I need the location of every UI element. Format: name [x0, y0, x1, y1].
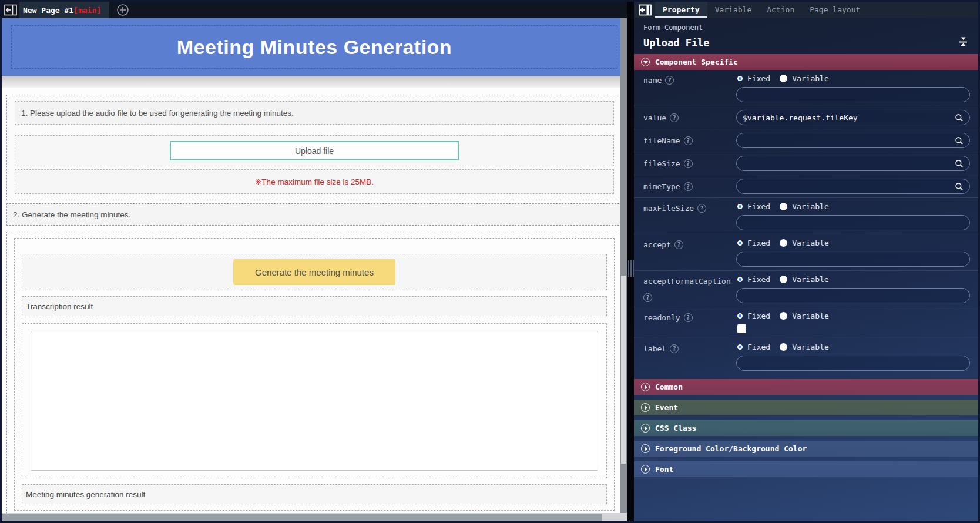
name-input[interactable]	[736, 87, 970, 102]
property-row-maxFileSize: maxFileSize?FixedVariable	[634, 197, 978, 234]
minutes-label[interactable]: Meeting minutes generation result	[22, 484, 607, 504]
radio-label-variable: Variable	[792, 311, 829, 320]
value-input[interactable]: $variable.request.fileKey	[736, 110, 970, 125]
accept-input[interactable]	[736, 252, 970, 267]
property-row-accept: accept?FixedVariable	[634, 234, 978, 270]
upload-row[interactable]: Upload file	[15, 135, 614, 166]
radio-label-fixed: Fixed	[747, 275, 770, 284]
radio-fixed-selected[interactable]	[737, 204, 743, 209]
search-icon[interactable]	[955, 136, 964, 145]
field-control-value: $variable.request.fileKey	[736, 110, 970, 125]
tab-property[interactable]: Property	[655, 2, 707, 18]
radio-fixed-selected[interactable]	[737, 277, 743, 282]
label-input[interactable]	[736, 356, 970, 371]
radio-fixed-selected[interactable]	[737, 76, 743, 81]
upload-file-button[interactable]: Upload file	[170, 141, 459, 160]
generate-button[interactable]: Generate the meeting minutes	[233, 259, 395, 285]
field-label-text: name	[643, 75, 662, 86]
tab-variable[interactable]: Variable	[707, 2, 760, 18]
tab-page-layout[interactable]: Page layout	[802, 2, 868, 18]
field-label-text: acceptFormatCaption	[643, 276, 731, 287]
property-row-mimeType: mimeType?	[634, 175, 978, 197]
help-icon[interactable]: ?	[697, 204, 706, 213]
panel-toggle-icon[interactable]	[639, 4, 652, 16]
help-icon[interactable]: ?	[684, 182, 693, 191]
fileSize-input[interactable]	[736, 156, 970, 171]
field-control-mimeType	[736, 179, 970, 194]
section-font[interactable]: Font	[634, 461, 978, 477]
radio-variable[interactable]	[780, 343, 787, 351]
search-icon[interactable]	[955, 159, 964, 168]
section-component-specific-label: Component Specific	[655, 58, 738, 66]
panel-splitter[interactable]	[627, 2, 634, 521]
help-icon[interactable]: ?	[670, 344, 679, 353]
section-component-specific[interactable]: Component Specific	[634, 54, 978, 70]
radio-variable[interactable]	[780, 239, 787, 247]
radio-label-variable: Variable	[792, 275, 829, 284]
search-icon[interactable]	[955, 182, 964, 191]
tab-action[interactable]: Action	[759, 2, 802, 18]
maxFileSize-input[interactable]	[736, 215, 970, 230]
instruction-2[interactable]: 2. Generate the meeting minutes.	[6, 203, 622, 226]
section-common[interactable]: Common	[634, 379, 978, 395]
vertical-scroll-thumb[interactable]	[621, 276, 626, 464]
transcription-label[interactable]: Transcription result	[22, 296, 607, 316]
section-2-container[interactable]: Generate the meeting minutes Transcripti…	[6, 232, 622, 517]
radio-fixed-selected[interactable]	[737, 240, 743, 246]
section-foreground-color-background-color[interactable]: Foreground Color/Background Color	[634, 441, 978, 457]
field-label-text: fileName	[643, 135, 680, 147]
help-icon[interactable]: ?	[684, 313, 693, 322]
fixed-variable-radio-group: FixedVariable	[737, 74, 970, 83]
horizontal-scroll-thumb[interactable]	[2, 514, 602, 521]
radio-fixed-selected[interactable]	[737, 344, 743, 350]
section-1-container[interactable]: 1. Please upload the audio file to be us…	[6, 95, 622, 200]
file-size-note[interactable]: ※The maximum file size is 25MB.	[15, 169, 614, 194]
collapse-all-icon[interactable]	[958, 36, 969, 49]
help-icon[interactable]: ?	[684, 159, 693, 168]
sidebar-toggle-icon[interactable]	[2, 4, 19, 16]
title-banner[interactable]: Meeting Minutes Generation	[2, 18, 627, 76]
radio-variable[interactable]	[780, 75, 787, 82]
field-control-fileSize	[736, 156, 970, 171]
search-icon[interactable]	[955, 113, 964, 122]
section-2-inner[interactable]: Generate the meeting minutes Transcripti…	[14, 238, 615, 511]
transcription-area-container[interactable]	[22, 323, 607, 478]
section-event[interactable]: Event	[634, 400, 978, 415]
help-icon[interactable]: ?	[674, 240, 683, 249]
radio-variable[interactable]	[780, 312, 787, 320]
readonly-checkbox[interactable]	[737, 324, 746, 333]
canvas-vertical-scrollbar[interactable]	[620, 18, 627, 513]
property-panel: PropertyVariableActionPage layout Form C…	[634, 2, 978, 521]
field-label-value: value?	[643, 111, 736, 124]
field-control-fileName	[736, 133, 970, 148]
field-label-maxFileSize: maxFileSize?	[643, 202, 736, 230]
mimeType-input[interactable]	[736, 179, 970, 194]
transcription-textarea[interactable]	[31, 331, 598, 471]
radio-label-fixed: Fixed	[747, 239, 770, 247]
help-icon[interactable]: ?	[665, 76, 674, 85]
banner-shadow	[2, 76, 627, 88]
minutes-label-text: Meeting minutes generation result	[26, 490, 145, 499]
field-label-text: readonly	[643, 312, 680, 324]
generate-row[interactable]: Generate the meeting minutes	[22, 254, 607, 290]
field-label-text: mimeType	[643, 181, 680, 193]
canvas-horizontal-scrollbar[interactable]	[2, 513, 627, 521]
help-icon[interactable]: ?	[643, 293, 652, 302]
page-tab[interactable]: New Page #1[main]	[19, 2, 109, 18]
radio-label-fixed: Fixed	[747, 311, 770, 320]
radio-fixed-selected[interactable]	[737, 313, 743, 319]
instruction-1[interactable]: 1. Please upload the audio file to be us…	[15, 101, 614, 125]
add-page-icon[interactable]	[116, 4, 129, 16]
section-css-class[interactable]: CSS Class	[634, 420, 978, 436]
panel-tab-bar: PropertyVariableActionPage layout	[634, 2, 978, 18]
fileName-input[interactable]	[736, 133, 970, 148]
fixed-variable-radio-group: FixedVariable	[737, 343, 970, 351]
form-page: 1. Please upload the audio file to be us…	[2, 88, 627, 517]
radio-variable[interactable]	[780, 203, 787, 210]
property-row-value: value?$variable.request.fileKey	[634, 106, 978, 129]
acceptFormatCaption-input[interactable]	[736, 288, 970, 303]
help-icon[interactable]: ?	[670, 113, 679, 122]
radio-variable[interactable]	[780, 276, 787, 283]
help-icon[interactable]: ?	[684, 136, 693, 145]
splitter-grip-icon[interactable]	[628, 260, 634, 277]
